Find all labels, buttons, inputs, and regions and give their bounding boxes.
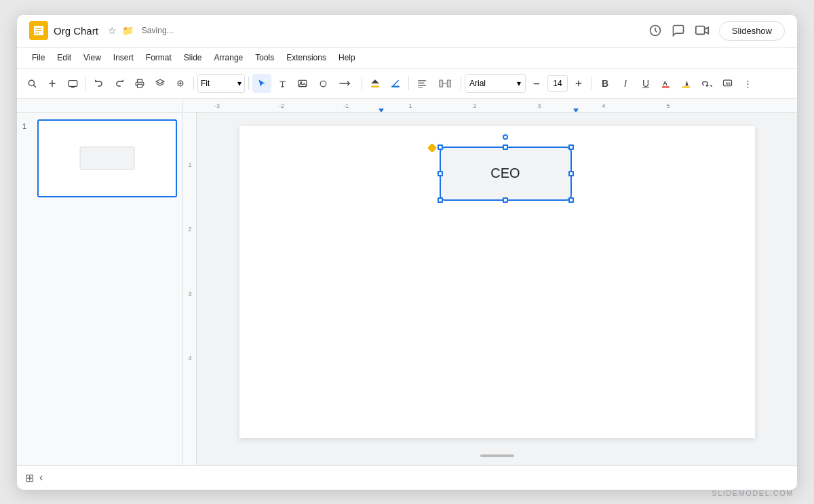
toolbar-divider-2 (193, 77, 194, 90)
slideshow-button[interactable]: Slideshow (719, 21, 785, 41)
image-tool-button[interactable] (293, 74, 312, 93)
svg-point-24 (320, 81, 326, 87)
toolbar-divider-1 (85, 77, 86, 90)
svg-text:-2: -2 (279, 102, 284, 109)
font-size-plus-button[interactable] (569, 74, 588, 93)
star-icon[interactable]: ☆ (108, 25, 117, 36)
ruler-row: -3 -2 -1 1 2 3 4 5 (17, 99, 797, 113)
bold-button[interactable]: B (596, 74, 615, 93)
menu-arrange[interactable]: Arrange (209, 50, 249, 65)
svg-rect-2 (35, 31, 42, 32)
titlebar: Org Chart ☆ 📁 Saving... (17, 15, 797, 47)
font-size-minus-button[interactable] (527, 74, 546, 93)
menu-view[interactable]: View (78, 50, 106, 65)
ruler-corner (17, 99, 183, 112)
toolbar-divider-7 (592, 77, 592, 90)
svg-rect-3 (35, 33, 39, 34)
handle-top-right[interactable] (568, 144, 574, 150)
slide-canvas: CEO (239, 126, 755, 438)
collapse-panel-icon[interactable]: ‹ (39, 471, 43, 484)
select-tool-button[interactable] (252, 74, 271, 93)
svg-text:5: 5 (666, 102, 670, 109)
comment-icon[interactable] (672, 24, 685, 37)
svg-rect-41 (682, 86, 690, 88)
zoom-scrollbar (480, 454, 514, 457)
svg-line-27 (392, 80, 398, 86)
svg-text:-1: -1 (343, 102, 349, 109)
svg-text:4: 4 (602, 102, 605, 109)
menu-edit[interactable]: Edit (52, 50, 77, 65)
text-tool-button[interactable] (273, 74, 292, 93)
link-button[interactable] (697, 74, 716, 93)
text-color-button[interactable]: A (657, 74, 676, 93)
slide-thumbnail-1[interactable] (37, 119, 177, 198)
redo-button[interactable] (110, 74, 129, 93)
slide-thumb-content (80, 147, 135, 170)
svg-rect-34 (447, 80, 450, 87)
handle-bottom-left[interactable] (438, 197, 443, 203)
alt-text-button[interactable]: Alt (718, 74, 737, 93)
search-button[interactable] (22, 74, 41, 93)
bottom-bar: ⊞ ‹ (17, 465, 797, 490)
svg-text:1: 1 (188, 161, 191, 168)
highlight-button[interactable] (677, 74, 696, 93)
zoom-in-button[interactable] (171, 74, 190, 93)
canvas-area[interactable]: CEO (197, 113, 797, 465)
main-area: 1 1 2 3 4 (17, 113, 797, 465)
zoom-select[interactable]: Fit ▾ (197, 74, 245, 93)
menu-insert[interactable]: Insert (108, 50, 139, 65)
meet-icon[interactable] (695, 24, 710, 37)
menu-slide[interactable]: Slide (178, 50, 208, 65)
handle-top-center[interactable] (503, 144, 508, 150)
svg-text:3: 3 (537, 102, 541, 109)
svg-text:3: 3 (188, 290, 191, 297)
handle-bottom-right[interactable] (568, 197, 574, 203)
menu-file[interactable]: File (26, 50, 50, 65)
undo-button[interactable] (90, 74, 109, 93)
ceo-shape[interactable]: CEO (440, 147, 572, 201)
font-size-box[interactable]: 14 (547, 75, 568, 92)
menu-format[interactable]: Format (140, 50, 177, 65)
line-tool-button[interactable] (334, 74, 358, 93)
history-icon[interactable] (648, 24, 662, 37)
titlebar-right: Slideshow (648, 21, 785, 41)
toolbar-divider-6 (461, 77, 461, 90)
shapes-tool-button[interactable] (313, 74, 332, 93)
slides-panel: 1 (17, 113, 183, 465)
screen-button[interactable] (63, 74, 82, 93)
menu-tools[interactable]: Tools (250, 50, 279, 65)
svg-text:-3: -3 (214, 102, 220, 109)
handle-top-left[interactable] (438, 144, 443, 150)
folder-icon[interactable]: 📁 (122, 25, 134, 36)
toolbar-divider-4 (362, 77, 362, 90)
svg-rect-28 (391, 86, 400, 88)
underline-button[interactable]: U (636, 74, 655, 93)
fill-color-button[interactable] (366, 74, 385, 93)
handle-bottom-center[interactable] (503, 197, 508, 203)
add-button[interactable] (43, 74, 62, 93)
svg-rect-26 (371, 86, 379, 88)
handle-middle-right[interactable] (568, 171, 574, 176)
menu-help[interactable]: Help (333, 50, 361, 65)
more-options-button[interactable]: ⋮ (738, 74, 757, 93)
print-button[interactable] (130, 74, 149, 93)
slide-1-row: 1 (22, 119, 177, 198)
copy-format-button[interactable] (151, 74, 170, 93)
font-family-select[interactable]: Arial ▾ (465, 74, 526, 93)
line-color-button[interactable] (386, 74, 405, 93)
distribute-button[interactable] (433, 74, 457, 93)
font-family-value: Arial (469, 79, 486, 88)
vertical-ruler: 1 2 3 4 (183, 113, 197, 465)
align-button[interactable] (412, 74, 431, 93)
italic-button[interactable]: I (616, 74, 635, 93)
svg-text:A: A (663, 79, 667, 87)
svg-rect-13 (138, 84, 142, 88)
grid-view-icon[interactable]: ⊞ (25, 471, 34, 484)
app-icon (29, 21, 48, 40)
zoom-chevron-icon: ▾ (237, 79, 241, 88)
handle-middle-left[interactable] (438, 171, 443, 176)
rotate-handle[interactable] (503, 134, 508, 140)
title-icons: ☆ 📁 Saving... (108, 25, 174, 36)
menu-extensions[interactable]: Extensions (281, 50, 332, 65)
ceo-shape-inner: CEO (440, 147, 572, 201)
